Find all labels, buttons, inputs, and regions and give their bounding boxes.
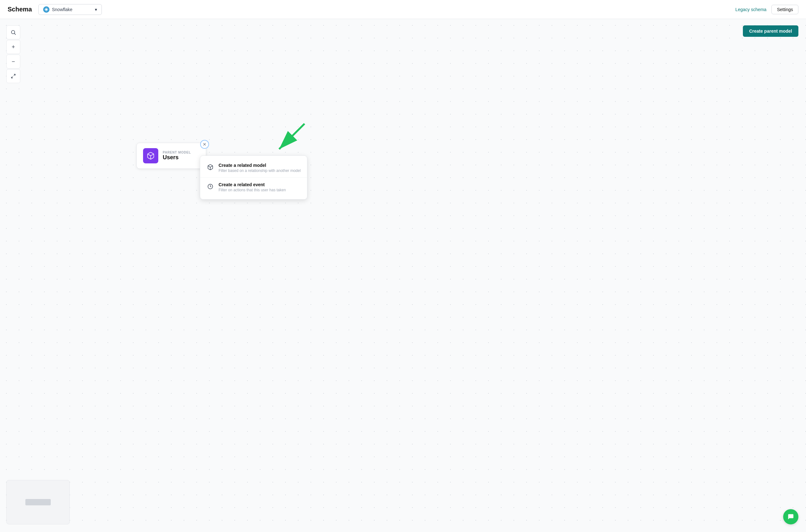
model-label: PARENT MODEL [163, 151, 199, 154]
chat-button[interactable] [783, 509, 799, 525]
db-selector[interactable]: Snowflake ▾ [38, 4, 102, 15]
create-related-model-item[interactable]: Create a related model Filter based on a… [200, 158, 307, 177]
settings-button[interactable]: Settings [771, 5, 799, 14]
db-selector-inner: Snowflake [43, 6, 73, 13]
header-right: Legacy schema Settings [735, 5, 799, 14]
model-card[interactable]: PARENT MODEL Users ✕ [136, 143, 206, 169]
header: Schema Snowflake ▾ Legacy schema Setting… [0, 0, 806, 19]
svg-line-3 [12, 76, 13, 78]
related-event-title: Create a related event [218, 182, 286, 187]
context-menu: Create a related model Filter based on a… [200, 155, 307, 200]
svg-line-2 [14, 74, 15, 76]
logo: Schema [7, 6, 32, 13]
related-event-text: Create a related event Filter on actions… [218, 182, 286, 192]
legacy-schema-link[interactable]: Legacy schema [735, 7, 766, 12]
snowflake-icon [43, 6, 50, 13]
svg-point-0 [12, 31, 15, 34]
model-icon [143, 148, 158, 164]
zoom-out-button[interactable]: − [6, 55, 20, 69]
related-event-desc: Filter on actions that this user has tak… [218, 188, 286, 192]
svg-line-6 [279, 124, 305, 149]
green-arrow [273, 120, 311, 160]
related-event-icon [207, 183, 214, 190]
model-name: Users [163, 154, 199, 161]
chevron-down-icon: ▾ [95, 7, 97, 12]
db-name: Snowflake [52, 7, 73, 12]
related-model-title: Create a related model [218, 163, 301, 168]
close-button[interactable]: ✕ [200, 140, 209, 149]
create-related-event-item[interactable]: Create a related event Filter on actions… [200, 178, 307, 197]
related-model-desc: Filter based on a relationship with anot… [218, 168, 301, 173]
related-model-icon [207, 164, 214, 171]
related-model-text: Create a related model Filter based on a… [218, 163, 301, 173]
minimap [6, 480, 70, 525]
minimap-indicator [25, 499, 51, 505]
zoom-in-button[interactable]: + [6, 40, 20, 54]
canvas: + − Create parent model PARENT MODEL Use… [0, 19, 806, 532]
expand-button[interactable] [6, 69, 20, 83]
create-parent-model-button[interactable]: Create parent model [743, 25, 799, 37]
search-button[interactable] [6, 25, 20, 39]
svg-line-1 [14, 33, 16, 35]
header-left: Schema Snowflake ▾ [7, 4, 102, 15]
toolbar: + − [6, 25, 20, 83]
model-info: PARENT MODEL Users [163, 151, 199, 161]
